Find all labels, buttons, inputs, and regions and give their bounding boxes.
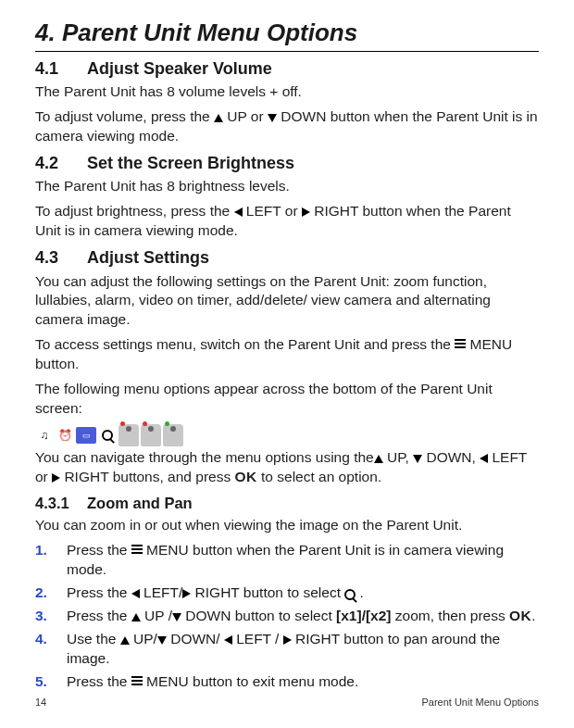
page-title: 4. Parent Unit Menu Options — [35, 17, 539, 52]
down-icon — [268, 114, 277, 122]
body-text: To access settings menu, switch on the P… — [35, 335, 539, 374]
camera-icon — [141, 424, 161, 446]
up-icon — [214, 114, 223, 122]
camera-icon — [163, 424, 183, 446]
footer-section: Parent Unit Menu Options — [421, 696, 539, 709]
zoom-icon — [98, 426, 117, 445]
body-text: To adjust brightness, press the LEFT or … — [35, 202, 539, 241]
music-icon: ♫ — [35, 426, 54, 445]
list-item: 2. Press the LEFT/ RIGHT button to selec… — [35, 584, 539, 603]
down-icon — [172, 613, 181, 621]
body-text: You can adjust the following settings on… — [35, 272, 539, 331]
body-text: You can zoom in or out when viewing the … — [35, 516, 539, 535]
right-icon — [283, 635, 292, 645]
menu-icon — [455, 339, 466, 350]
body-text: The following menu options appear across… — [35, 380, 539, 419]
list-item: 1. Press the MENU button when the Parent… — [35, 541, 539, 580]
menu-icon — [131, 676, 143, 687]
list-item: 5. Press the MENU button to exit menu mo… — [35, 672, 539, 692]
body-text: To adjust volume, press the UP or DOWN b… — [35, 107, 539, 146]
menu-icon-strip: ♫ ⏰ ▭ — [35, 424, 539, 446]
section-4-3-1-heading: 4.3.1Zoom and Pan — [35, 493, 539, 513]
section-4-1-heading: 4.1Adjust Speaker Volume — [35, 57, 539, 80]
section-4-2-heading: 4.2Set the Screen Brightness — [35, 152, 539, 174]
section-4-3-heading: 4.3Adjust Settings — [35, 246, 539, 269]
page-number: 14 — [35, 696, 46, 709]
up-icon — [374, 455, 383, 463]
alarm-icon: ⏰ — [56, 426, 74, 445]
left-icon — [234, 207, 243, 217]
body-text: You can navigate through the menu option… — [35, 448, 539, 487]
menu-icon — [131, 545, 143, 556]
right-icon — [302, 207, 310, 217]
down-icon — [413, 455, 422, 463]
steps-list: 1. Press the MENU button when the Parent… — [35, 541, 539, 691]
body-text: The Parent Unit has 8 brightness levels. — [35, 177, 539, 196]
left-icon — [480, 454, 488, 463]
camera-icon — [119, 424, 139, 446]
zoom-icon — [344, 589, 356, 600]
right-icon — [52, 473, 60, 483]
page-footer: 14 Parent Unit Menu Options — [35, 696, 539, 709]
down-icon — [157, 636, 167, 645]
up-icon — [120, 636, 130, 645]
list-item: 4. Use the UP/ DOWN/ LEFT / RIGHT button… — [35, 630, 539, 669]
body-text: The Parent Unit has 8 volume levels + of… — [35, 82, 539, 102]
right-icon — [182, 589, 191, 598]
up-icon — [131, 613, 141, 621]
left-icon — [131, 589, 140, 598]
list-item: 3. Press the UP / DOWN button to select … — [35, 607, 539, 626]
left-icon — [224, 635, 232, 645]
timer-icon: ▭ — [76, 427, 96, 444]
